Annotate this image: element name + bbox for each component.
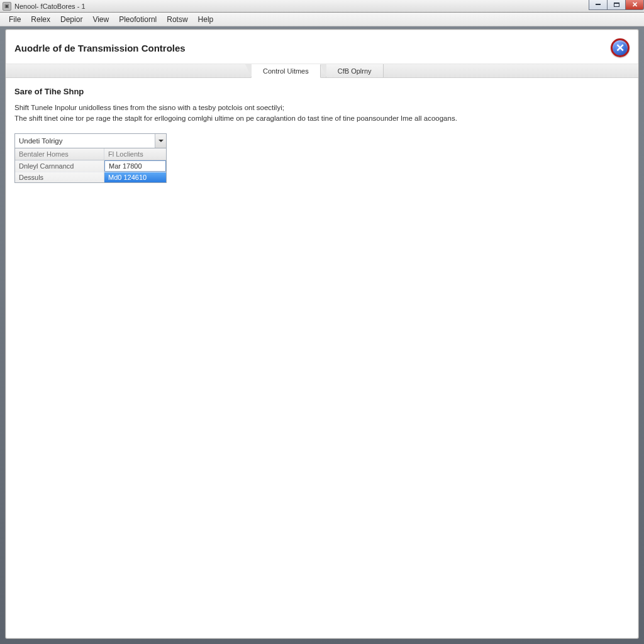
maximize-icon xyxy=(614,3,619,7)
titlebar[interactable]: ▣ Nenool- fCatoBores - 1 ✕ xyxy=(0,0,644,13)
page-header: Auodrle of de Transmission Controles ✕ xyxy=(6,30,638,64)
window-controls: ✕ xyxy=(589,0,644,10)
menu-relex[interactable]: Relex xyxy=(26,13,55,26)
tab-cfb-oplrny[interactable]: CfB Oplrny xyxy=(326,64,384,77)
combo-grid: Bentaler Homes Fl Loclients Dnleyl Carnn… xyxy=(14,148,167,183)
menu-help[interactable]: Help xyxy=(193,13,219,26)
grid-header: Bentaler Homes Fl Loclients xyxy=(15,148,166,160)
tab-panel: Sare of Tihe Shnp Shift Tunele Inpolur u… xyxy=(6,78,638,192)
menu-rotsw[interactable]: Rotsw xyxy=(162,13,192,26)
grid-row-label: Dessuls xyxy=(15,172,104,182)
window-title: Nenool- fCatoBores - 1 xyxy=(14,3,86,10)
description-line-2: The shift tinet oine tor pe rage the sta… xyxy=(14,113,630,124)
category-combo[interactable]: Undeti Tolrigy xyxy=(14,133,167,148)
tab-label: Control Uitmes xyxy=(263,67,309,75)
minimize-icon xyxy=(596,4,601,5)
app-icon: ▣ xyxy=(3,2,11,11)
minimize-button[interactable] xyxy=(589,0,608,10)
grid-row-value[interactable]: Mar 17800 xyxy=(104,160,166,172)
menu-depior[interactable]: Depior xyxy=(55,13,87,26)
section-heading: Sare of Tihe Shnp xyxy=(14,87,630,96)
grid-row[interactable]: Dnleyl Carnnancd Mar 17800 xyxy=(15,160,166,172)
application-window: ▣ Nenool- fCatoBores - 1 ✕ File Relex De… xyxy=(0,0,644,644)
tab-control-utimes[interactable]: Control Uitmes xyxy=(251,64,321,78)
close-button[interactable]: ✕ xyxy=(625,0,644,10)
grid-header-col2[interactable]: Fl Loclients xyxy=(104,148,166,160)
grid-row-selected[interactable]: Dessuls Md0 124610 xyxy=(15,172,166,182)
page-title: Auodrle of de Transmission Controles xyxy=(14,43,186,53)
description-line-1: Shift Tunele Inpolur unidolless tines fr… xyxy=(14,103,630,113)
combo-value: Undeti Tolrigy xyxy=(15,134,155,148)
chevron-down-icon xyxy=(158,140,164,142)
menu-view[interactable]: View xyxy=(87,13,114,26)
menubar: File Relex Depior View Pleofotiornl Rots… xyxy=(0,13,644,26)
tab-label: CfB Oplrny xyxy=(338,67,372,75)
combo-dropdown-button[interactable] xyxy=(155,134,166,148)
help-badge-icon[interactable]: ✕ xyxy=(611,38,630,57)
tabs-bar: Control Uitmes CfB Oplrny xyxy=(6,64,638,78)
menu-pleofotiornl[interactable]: Pleofotiornl xyxy=(114,13,162,26)
grid-row-value[interactable]: Md0 124610 xyxy=(104,172,166,182)
menu-file[interactable]: File xyxy=(4,13,26,26)
grid-header-col1[interactable]: Bentaler Homes xyxy=(15,148,104,160)
content-frame: Auodrle of de Transmission Controles ✕ C… xyxy=(5,29,639,639)
maximize-button[interactable] xyxy=(607,0,626,10)
close-icon: ✕ xyxy=(632,1,638,9)
grid-row-label: Dnleyl Carnnancd xyxy=(15,160,104,172)
